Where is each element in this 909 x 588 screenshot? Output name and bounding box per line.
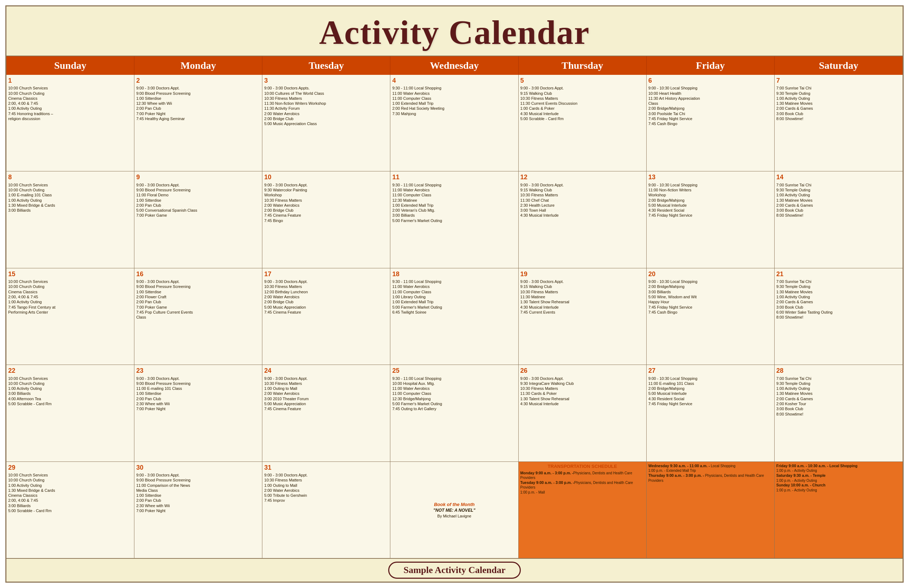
day-number: 25 <box>392 366 516 375</box>
event-item: 9:30 Temple Outing <box>776 91 901 96</box>
event-item: 2:00 Cards & Games <box>776 396 901 401</box>
event-item: 7:00 Sunrise Tai Chi <box>776 183 901 187</box>
event-item: 7:45 Friday Night Service <box>649 116 773 121</box>
event-item: 4:30 Musical Interlude <box>521 401 644 406</box>
event-item: 12:30 Bridge/Mahjong <box>392 396 516 401</box>
event-item: 9:15 Walking Club <box>521 91 644 96</box>
event-item: Class <box>136 315 260 320</box>
event-item: 2:00 Water Aerobics <box>264 294 388 299</box>
event-item: 3:00 Billiards <box>8 391 132 396</box>
event-item: 1:30 Matinee Movies <box>776 198 901 203</box>
event-item: 7:00 Poker Night <box>136 508 260 513</box>
day-header-saturday: Saturday <box>775 56 903 75</box>
day-cell-1-4: 49:30 - 11:00 Local Shopping11:00 Water … <box>390 75 518 171</box>
event-item: 2:00, 4:00 & 7:45 <box>8 498 132 503</box>
event-item: 9:00 - 3:00 Doctors Appt. <box>521 376 644 381</box>
event-item: 5:00 Musical Interlude <box>649 203 773 208</box>
event-item: Cinema Classics <box>8 289 132 294</box>
transport-day: Friday 9:00 a.m. - 10:30 a.m. - Local Sh… <box>776 464 858 468</box>
day-number: 20 <box>649 270 773 278</box>
event-item: 2:00 Pan Club <box>136 299 260 304</box>
footer-label-inner: Sample Activity Calendar <box>388 562 521 579</box>
event-item: Cinema Classics <box>8 493 132 498</box>
event-item: 1:00 Extended Mall Trip <box>392 101 516 106</box>
event-item: 11:30 Current Events Discussion <box>521 101 644 106</box>
event-item: 10:00 Church Outing <box>8 381 132 386</box>
day-number: 13 <box>649 173 773 181</box>
day-cell-3-4: 189:30 - 11:00 Local Shopping11:00 Water… <box>390 268 518 365</box>
event-item: 7:45 Pop Culture Current Events <box>136 310 260 315</box>
day-cell-1-5: 59:00 - 3:00 Doctors Appt.9:15 Walking C… <box>519 75 647 171</box>
event-item: Performing Arts Center <box>8 310 132 315</box>
event-item: 9:00 - 3:00 Doctors Appts. <box>264 86 388 90</box>
week-row-4: 2210:00 Church Services10:00 Church Outi… <box>6 365 903 462</box>
event-item: 7:45 Cinema Feature <box>264 310 388 315</box>
book-author: By Michael Lavigne <box>437 514 471 519</box>
event-item: 3:00 Book Club <box>776 208 901 213</box>
event-item: 1:00 Activity Outing <box>776 386 901 391</box>
week-row-2: 810:00 Church Services10:00 Church Outin… <box>6 171 903 268</box>
day-cell-1-7: 77:00 Sunrise Tai Chi9:30 Temple Outing1… <box>775 75 903 171</box>
event-item: 9:15 Walking Club <box>521 284 644 289</box>
event-item: 1:00 Activity Outing <box>8 198 132 203</box>
event-item: 3:00 2010 Theater Forum <box>264 396 388 401</box>
event-item: 5:00 Tribute to Gershwin <box>264 493 388 498</box>
day-number: 14 <box>776 173 901 181</box>
event-item: 9:00 Blood Pressure Screening <box>136 91 260 96</box>
event-item: 7:45 Friday Night Service <box>649 213 773 218</box>
event-item: 2:00 Water Aerobics <box>264 203 388 208</box>
day-cell-2-6: 139:00 - 10:30 Local Shopping11:00 Non-f… <box>647 171 775 268</box>
event-item: 10:00 Heart Health <box>649 91 773 96</box>
event-item: 11:00 E-mailing 101 Class <box>649 381 773 386</box>
event-item: 4:30 Resident Social <box>649 208 773 213</box>
event-item: 10:00 Hospital Aux. Mtg. <box>392 381 516 386</box>
day-cell-2-5: 129:00 - 3:00 Doctors Appt.9:15 Walking … <box>519 171 647 268</box>
event-item: 10:00 Church Outing <box>8 91 132 96</box>
event-item: 11:30 Chef Chat <box>521 198 644 203</box>
day-cell-4-1: 2210:00 Church Services10:00 Church Outi… <box>6 365 134 461</box>
day-cell-4-2: 239:00 - 3:00 Doctors Appt.9:00 Blood Pr… <box>134 365 262 461</box>
event-item: 2:00 Cards & Games <box>776 203 901 208</box>
event-item: 11:30 Non-fiction Writers Workshop <box>264 101 388 106</box>
event-item: 1:00 Sitterdise <box>136 493 260 498</box>
event-item: 11:00 Computer Class <box>392 391 516 396</box>
event-item: 5:00 Music Appreciation <box>264 401 388 406</box>
day-number: 3 <box>264 76 388 85</box>
event-item: 11:00 Water Aerobics <box>392 284 516 289</box>
event-item: 10:30 Fitness Matters <box>521 386 644 391</box>
event-item: 7:45 Healthy Aging Seminar <box>136 116 260 121</box>
event-item: 7:45 Tango First Century at <box>8 305 132 310</box>
event-item: Happy Hour <box>649 299 773 304</box>
day-number: 31 <box>264 463 388 472</box>
transport-day: Sunday 10:00 a.m. - Church <box>776 483 826 487</box>
event-item: 1:00 Activity Outing <box>776 192 901 197</box>
event-item: 9:30 Temple Outing <box>776 381 901 386</box>
day-number: 4 <box>392 76 516 85</box>
day-number: 23 <box>136 366 260 375</box>
event-item: Class <box>649 101 773 106</box>
event-item: Workshop <box>264 192 388 197</box>
day-number: 29 <box>8 463 132 472</box>
event-item: 12:30 Matinee <box>392 198 516 203</box>
event-item: 11:00 Water Aerobics <box>392 91 516 96</box>
event-item: 9:30 - 11:00 Local Shopping <box>392 86 516 90</box>
event-item: 3:00 Town Hall <box>521 208 644 213</box>
event-item: 11:00 E-mailing 101 Class <box>136 386 260 391</box>
event-item: 8:00 Showtime! <box>776 213 901 218</box>
event-item: 5:00 Musical Interlude <box>649 391 773 396</box>
event-item: 7:45 Improv <box>264 498 388 503</box>
transport-text: 1:00 p.m. - Extended Mall Trip <box>649 468 696 473</box>
event-item: 2:00 Veteran's Club Mtg. <box>392 208 516 213</box>
day-cell-2-2: 99:00 - 3:00 Doctors Appt.9:00 Blood Pre… <box>134 171 262 268</box>
event-item: 1:30 Mixed Bridge & Cards <box>8 203 132 208</box>
event-item: 5:00 Conversational Spanish Class <box>136 208 260 213</box>
day-cell-5-1: 2910:00 Church Services10:00 Church Outi… <box>6 462 134 558</box>
event-item: 11:00 Computer Class <box>392 192 516 197</box>
event-item: 9:00 - 10:30 Local Shopping <box>649 86 773 90</box>
day-number: 27 <box>649 366 773 375</box>
event-item: 1:00 Activity Outing <box>8 299 132 304</box>
event-item: Media Class <box>136 488 260 493</box>
event-item: 11:00 Computer Class <box>392 289 516 294</box>
event-item: 7:45 Outing to Art Gallery <box>392 406 516 411</box>
event-item: 10:00 Church Services <box>8 279 132 284</box>
